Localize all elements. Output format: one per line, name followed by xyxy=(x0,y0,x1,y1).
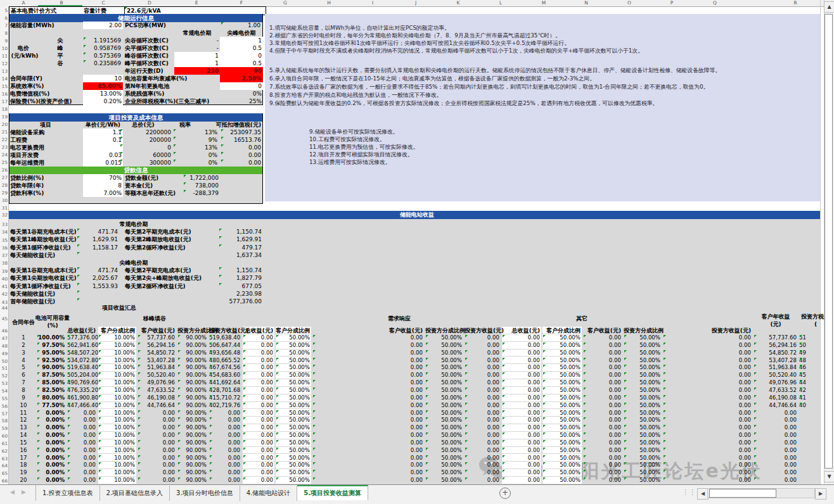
summary-cell[interactable]: 0.00 xyxy=(243,462,274,469)
days-normal-value[interactable]: 230 xyxy=(174,67,220,75)
add-sheet-button[interactable]: + xyxy=(499,488,511,499)
summary-cell[interactable]: 0.00 xyxy=(243,469,274,477)
row-header-47[interactable]: 47 xyxy=(0,335,8,342)
row-header-36[interactable]: 36 xyxy=(0,244,8,251)
vscroll-thumb[interactable] xyxy=(824,14,833,469)
contract-input[interactable]: 10 xyxy=(83,75,123,82)
row-header-23[interactable]: 23 xyxy=(0,144,8,151)
summary-cell[interactable]: 0.00 xyxy=(502,432,541,439)
row-header-63[interactable]: 63 xyxy=(0,455,8,462)
row-header-39[interactable]: 39 xyxy=(0,268,8,275)
row-header-33[interactable]: 33 xyxy=(0,221,8,228)
sheet-tab-1[interactable]: 1.投资立项信息表 xyxy=(36,486,100,501)
row-header-10[interactable]: 10 xyxy=(0,45,8,52)
summary-cell[interactable]: 10.00% xyxy=(98,387,136,394)
row-header-64[interactable]: 64 xyxy=(0,462,8,469)
summary-cell[interactable]: 0.00 xyxy=(502,477,541,484)
column-header-P[interactable]: P xyxy=(665,0,678,6)
summary-cell[interactable]: 0.00 xyxy=(243,350,274,357)
resize-grip-icon[interactable]: ⋮⋮ xyxy=(682,488,696,496)
row-header-57[interactable]: 57 xyxy=(0,410,8,417)
summary-cell[interactable]: 50.00% xyxy=(542,439,582,447)
row-header-40[interactable]: 40 xyxy=(0,275,8,282)
summary-cell[interactable]: 0.00 xyxy=(502,334,541,342)
column-header-D[interactable]: D xyxy=(143,0,156,6)
summary-cell[interactable]: 50.00% xyxy=(276,417,311,424)
row-header-61[interactable]: 61 xyxy=(0,440,8,447)
column-header-L[interactable]: L xyxy=(494,0,507,6)
summary-cell[interactable]: 50.00% xyxy=(276,424,311,432)
row-header-27[interactable]: 27 xyxy=(0,174,8,181)
summary-cell[interactable]: 10.00% xyxy=(98,469,136,477)
summary-cell[interactable]: 10.00% xyxy=(98,410,136,417)
vscroll-up-button[interactable]: ▲ xyxy=(824,1,834,13)
hscroll-thumb[interactable] xyxy=(709,489,776,498)
summary-cell[interactable]: 50.00% xyxy=(276,462,311,469)
row-header-42[interactable]: 42 xyxy=(0,291,8,298)
summary-cell[interactable]: 0.00 xyxy=(502,387,541,394)
row-header-58[interactable]: 58 xyxy=(0,417,8,424)
summary-cell[interactable]: 0.00 xyxy=(502,439,541,447)
summary-cell[interactable]: 50.00% xyxy=(276,334,311,342)
row-header-46[interactable]: 46 xyxy=(0,327,8,334)
decay-value[interactable]: 2.50% xyxy=(220,75,263,82)
sheet-tab-2[interactable]: 2.项目基础信息录入 xyxy=(100,486,170,501)
summary-cell[interactable]: 50.00% xyxy=(542,357,582,365)
row-header-54[interactable]: 54 xyxy=(0,387,8,394)
column-header-O[interactable]: O xyxy=(623,0,636,6)
efficiency-value[interactable]: 85.00% xyxy=(83,82,123,90)
row-header-30[interactable]: 30 xyxy=(0,197,8,204)
summary-cell[interactable]: 10.00% xyxy=(98,334,136,342)
row-header-24[interactable]: 24 xyxy=(0,151,8,158)
row-header-29[interactable]: 29 xyxy=(0,189,8,196)
column-header-I[interactable]: I xyxy=(366,0,379,6)
row-header-66[interactable]: 66 xyxy=(0,477,8,484)
capacity-input[interactable]: 2.00 xyxy=(83,22,123,29)
row-header-52[interactable]: 52 xyxy=(0,372,8,379)
row-header-56[interactable]: 56 xyxy=(0,403,8,410)
summary-cell[interactable]: 50.00% xyxy=(542,394,582,402)
column-header-N[interactable]: N xyxy=(580,0,593,6)
summary-cell[interactable]: 50.00% xyxy=(542,424,582,432)
summary-cell[interactable]: 0.00 xyxy=(502,424,541,432)
summary-cell[interactable]: 50.00% xyxy=(542,334,582,342)
summary-cell[interactable]: 50.00% xyxy=(276,432,311,439)
row-header-13[interactable]: 13 xyxy=(0,68,8,75)
summary-cell[interactable]: 0.00 xyxy=(243,364,274,372)
summary-cell[interactable]: 0.00 xyxy=(502,372,541,379)
summary-cell[interactable]: 10.00% xyxy=(98,462,136,469)
vat-input[interactable]: 13.00% xyxy=(83,90,123,98)
row-header-28[interactable]: 28 xyxy=(0,182,8,189)
row-header-17[interactable]: 17 xyxy=(0,98,8,105)
sheet-tab-3[interactable]: 3.项目分时电价信息 xyxy=(170,486,240,501)
summary-cell[interactable]: 50.00% xyxy=(542,342,582,350)
summary-cell[interactable]: 0.00 xyxy=(243,455,274,462)
row-header-14[interactable]: 14 xyxy=(0,75,8,82)
summary-cell[interactable]: 0.00 xyxy=(243,372,274,379)
sheet-tab-4[interactable]: 4.储能电站设计 xyxy=(240,486,298,501)
summary-cell[interactable]: 10.00% xyxy=(98,455,136,462)
summary-cell[interactable]: 50.00% xyxy=(542,387,582,394)
summary-cell[interactable]: 0.00 xyxy=(502,364,541,372)
row-header-26[interactable]: 26 xyxy=(0,167,8,173)
row-header-12[interactable]: 12 xyxy=(0,60,8,67)
summary-cell[interactable]: 0.00 xyxy=(243,394,274,402)
invest-unit-price-input[interactable] xyxy=(83,144,123,151)
summary-cell[interactable]: 10.00% xyxy=(98,379,136,387)
summary-cell[interactable]: 10.00% xyxy=(98,350,136,357)
summary-cell[interactable]: 10.00% xyxy=(98,357,136,365)
summary-cell[interactable]: 50.00% xyxy=(542,455,582,462)
summary-cell[interactable]: 50.00% xyxy=(542,410,582,417)
summary-cell[interactable]: 50.00% xyxy=(542,477,582,484)
summary-cell[interactable]: 50.00% xyxy=(276,350,311,357)
row-header-7[interactable]: 7 xyxy=(0,22,8,29)
loan-input[interactable]: 8 xyxy=(83,182,123,189)
summary-cell[interactable]: 10.00% xyxy=(98,342,136,350)
column-header-G[interactable]: G xyxy=(279,0,292,6)
row-header-5[interactable]: 5 xyxy=(0,7,8,14)
summary-cell[interactable]: 50.00% xyxy=(542,379,582,387)
summary-cell[interactable]: 50.00% xyxy=(276,455,311,462)
cycle-peak-value[interactable]: 0.5 xyxy=(220,44,263,52)
sheet-tab-5[interactable]: 5.项目投资收益测算 xyxy=(297,485,368,500)
row-header-18[interactable]: 18 xyxy=(0,106,8,113)
